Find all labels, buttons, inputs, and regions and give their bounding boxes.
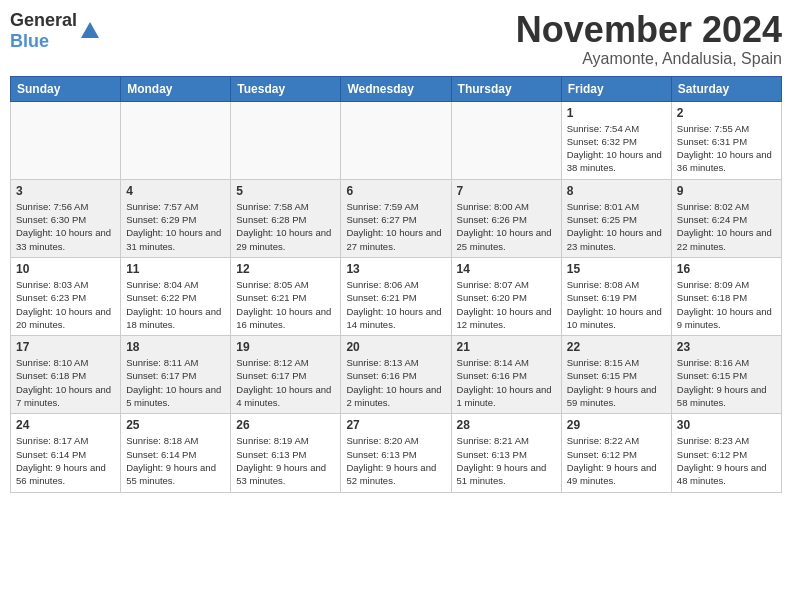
day-info: Sunrise: 8:18 AM Sunset: 6:14 PM Dayligh… [126,434,225,487]
calendar-week-0: 1Sunrise: 7:54 AM Sunset: 6:32 PM Daylig… [11,101,782,179]
col-tuesday: Tuesday [231,76,341,101]
calendar: Sunday Monday Tuesday Wednesday Thursday… [10,76,782,493]
day-info: Sunrise: 8:14 AM Sunset: 6:16 PM Dayligh… [457,356,556,409]
day-number: 26 [236,418,335,432]
day-number: 5 [236,184,335,198]
day-info: Sunrise: 8:23 AM Sunset: 6:12 PM Dayligh… [677,434,776,487]
day-info: Sunrise: 8:01 AM Sunset: 6:25 PM Dayligh… [567,200,666,253]
calendar-cell: 28Sunrise: 8:21 AM Sunset: 6:13 PM Dayli… [451,414,561,492]
calendar-cell: 13Sunrise: 8:06 AM Sunset: 6:21 PM Dayli… [341,257,451,335]
calendar-cell [11,101,121,179]
day-number: 8 [567,184,666,198]
svg-marker-0 [81,22,99,38]
day-info: Sunrise: 8:11 AM Sunset: 6:17 PM Dayligh… [126,356,225,409]
calendar-cell: 24Sunrise: 8:17 AM Sunset: 6:14 PM Dayli… [11,414,121,492]
day-number: 24 [16,418,115,432]
day-info: Sunrise: 8:15 AM Sunset: 6:15 PM Dayligh… [567,356,666,409]
calendar-cell: 19Sunrise: 8:12 AM Sunset: 6:17 PM Dayli… [231,336,341,414]
calendar-cell [231,101,341,179]
calendar-cell: 2Sunrise: 7:55 AM Sunset: 6:31 PM Daylig… [671,101,781,179]
day-info: Sunrise: 7:57 AM Sunset: 6:29 PM Dayligh… [126,200,225,253]
day-info: Sunrise: 8:21 AM Sunset: 6:13 PM Dayligh… [457,434,556,487]
calendar-cell: 27Sunrise: 8:20 AM Sunset: 6:13 PM Dayli… [341,414,451,492]
day-info: Sunrise: 7:56 AM Sunset: 6:30 PM Dayligh… [16,200,115,253]
calendar-cell: 7Sunrise: 8:00 AM Sunset: 6:26 PM Daylig… [451,179,561,257]
calendar-cell: 6Sunrise: 7:59 AM Sunset: 6:27 PM Daylig… [341,179,451,257]
calendar-cell: 17Sunrise: 8:10 AM Sunset: 6:18 PM Dayli… [11,336,121,414]
calendar-cell: 3Sunrise: 7:56 AM Sunset: 6:30 PM Daylig… [11,179,121,257]
logo: General Blue [10,10,101,52]
day-info: Sunrise: 8:06 AM Sunset: 6:21 PM Dayligh… [346,278,445,331]
col-sunday: Sunday [11,76,121,101]
day-info: Sunrise: 7:54 AM Sunset: 6:32 PM Dayligh… [567,122,666,175]
logo-line1: General [10,10,77,31]
logo-text: General Blue [10,10,77,52]
day-number: 4 [126,184,225,198]
day-number: 19 [236,340,335,354]
day-info: Sunrise: 8:03 AM Sunset: 6:23 PM Dayligh… [16,278,115,331]
day-info: Sunrise: 8:22 AM Sunset: 6:12 PM Dayligh… [567,434,666,487]
col-friday: Friday [561,76,671,101]
day-number: 2 [677,106,776,120]
calendar-cell: 29Sunrise: 8:22 AM Sunset: 6:12 PM Dayli… [561,414,671,492]
day-info: Sunrise: 7:59 AM Sunset: 6:27 PM Dayligh… [346,200,445,253]
day-number: 12 [236,262,335,276]
day-number: 3 [16,184,115,198]
day-info: Sunrise: 7:55 AM Sunset: 6:31 PM Dayligh… [677,122,776,175]
calendar-cell: 23Sunrise: 8:16 AM Sunset: 6:15 PM Dayli… [671,336,781,414]
day-number: 23 [677,340,776,354]
calendar-cell: 18Sunrise: 8:11 AM Sunset: 6:17 PM Dayli… [121,336,231,414]
day-number: 25 [126,418,225,432]
logo-line2: Blue [10,31,77,52]
calendar-cell: 16Sunrise: 8:09 AM Sunset: 6:18 PM Dayli… [671,257,781,335]
col-saturday: Saturday [671,76,781,101]
calendar-cell: 26Sunrise: 8:19 AM Sunset: 6:13 PM Dayli… [231,414,341,492]
day-number: 13 [346,262,445,276]
day-number: 14 [457,262,556,276]
day-info: Sunrise: 8:10 AM Sunset: 6:18 PM Dayligh… [16,356,115,409]
day-number: 11 [126,262,225,276]
calendar-cell: 1Sunrise: 7:54 AM Sunset: 6:32 PM Daylig… [561,101,671,179]
day-number: 7 [457,184,556,198]
header: General Blue November 2024 Ayamonte, And… [10,10,782,68]
calendar-cell: 30Sunrise: 8:23 AM Sunset: 6:12 PM Dayli… [671,414,781,492]
day-number: 6 [346,184,445,198]
day-info: Sunrise: 8:16 AM Sunset: 6:15 PM Dayligh… [677,356,776,409]
day-number: 20 [346,340,445,354]
logo-icon [79,20,101,42]
calendar-cell: 8Sunrise: 8:01 AM Sunset: 6:25 PM Daylig… [561,179,671,257]
day-info: Sunrise: 8:13 AM Sunset: 6:16 PM Dayligh… [346,356,445,409]
day-info: Sunrise: 8:12 AM Sunset: 6:17 PM Dayligh… [236,356,335,409]
day-info: Sunrise: 8:17 AM Sunset: 6:14 PM Dayligh… [16,434,115,487]
calendar-week-4: 24Sunrise: 8:17 AM Sunset: 6:14 PM Dayli… [11,414,782,492]
page: General Blue November 2024 Ayamonte, And… [0,0,792,612]
col-wednesday: Wednesday [341,76,451,101]
day-info: Sunrise: 8:20 AM Sunset: 6:13 PM Dayligh… [346,434,445,487]
calendar-week-1: 3Sunrise: 7:56 AM Sunset: 6:30 PM Daylig… [11,179,782,257]
day-info: Sunrise: 8:08 AM Sunset: 6:19 PM Dayligh… [567,278,666,331]
calendar-cell: 11Sunrise: 8:04 AM Sunset: 6:22 PM Dayli… [121,257,231,335]
day-info: Sunrise: 8:07 AM Sunset: 6:20 PM Dayligh… [457,278,556,331]
month-title: November 2024 [516,10,782,50]
calendar-cell: 5Sunrise: 7:58 AM Sunset: 6:28 PM Daylig… [231,179,341,257]
day-number: 22 [567,340,666,354]
day-number: 10 [16,262,115,276]
day-number: 1 [567,106,666,120]
col-thursday: Thursday [451,76,561,101]
day-number: 17 [16,340,115,354]
calendar-cell: 12Sunrise: 8:05 AM Sunset: 6:21 PM Dayli… [231,257,341,335]
day-info: Sunrise: 8:02 AM Sunset: 6:24 PM Dayligh… [677,200,776,253]
calendar-cell: 14Sunrise: 8:07 AM Sunset: 6:20 PM Dayli… [451,257,561,335]
calendar-week-3: 17Sunrise: 8:10 AM Sunset: 6:18 PM Dayli… [11,336,782,414]
day-number: 16 [677,262,776,276]
title-section: November 2024 Ayamonte, Andalusia, Spain [516,10,782,68]
col-monday: Monday [121,76,231,101]
day-info: Sunrise: 8:04 AM Sunset: 6:22 PM Dayligh… [126,278,225,331]
day-info: Sunrise: 8:05 AM Sunset: 6:21 PM Dayligh… [236,278,335,331]
day-number: 28 [457,418,556,432]
calendar-cell: 15Sunrise: 8:08 AM Sunset: 6:19 PM Dayli… [561,257,671,335]
calendar-week-2: 10Sunrise: 8:03 AM Sunset: 6:23 PM Dayli… [11,257,782,335]
calendar-cell [341,101,451,179]
day-number: 29 [567,418,666,432]
day-number: 30 [677,418,776,432]
